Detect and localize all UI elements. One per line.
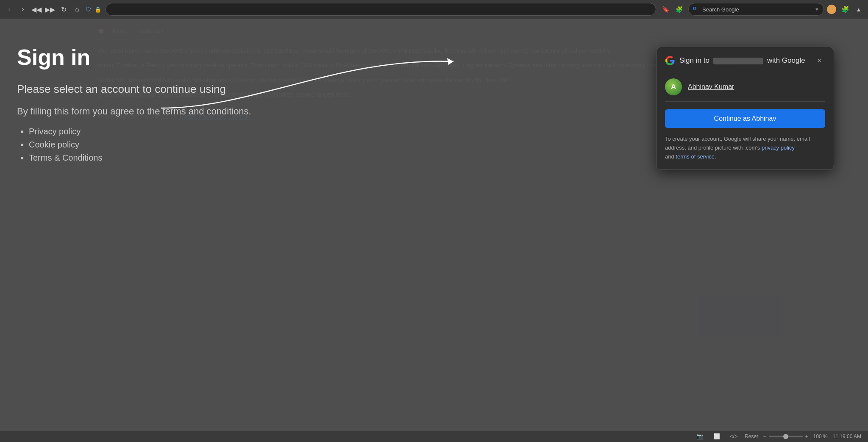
first-page-button[interactable]: ◀◀ <box>31 3 42 15</box>
signin-subtitle: Please select an account to continue usi… <box>17 83 280 96</box>
cookie-policy-item[interactable]: Cookie policy <box>29 140 280 150</box>
popup-header: Sign in to ████████████ with Google × <box>657 47 834 72</box>
user-account-row: A Abhinav Kumar <box>665 78 825 102</box>
google-signin-popup: Sign in to ████████████ with Google × A … <box>656 47 834 170</box>
popup-header-left: Sign in to ████████████ with Google <box>665 56 805 66</box>
user-info: Abhinav Kumar <box>688 83 734 91</box>
search-label: Search Google <box>702 6 739 13</box>
home-button[interactable]: ⌂ <box>71 3 83 15</box>
zoom-slider[interactable] <box>769 436 803 437</box>
google-icon: G <box>693 6 700 13</box>
popup-title: Sign in to ████████████ with Google <box>679 56 805 65</box>
privacy-policy-item[interactable]: Privacy policy <box>29 127 280 136</box>
privacy-policy-link[interactable]: privacy policy <box>762 145 795 151</box>
zoom-minus-icon: − <box>763 434 766 439</box>
user-profile-button[interactable] <box>826 3 837 15</box>
search-dropdown-icon: ▼ <box>815 7 819 12</box>
user-name: Abhinav Kumar <box>688 83 734 91</box>
popup-close-button[interactable]: × <box>813 55 825 67</box>
continue-as-button[interactable]: Continue as Abhinav <box>665 109 825 128</box>
terms-conditions-item[interactable]: Terms & Conditions <box>29 153 280 163</box>
refresh-button[interactable]: ↻ <box>58 3 70 15</box>
signin-title: Sign in <box>17 44 280 70</box>
search-bar[interactable]: G Search Google ▼ <box>688 3 824 16</box>
popup-footer-text: To create your account, Google will shar… <box>665 135 825 161</box>
extensions-icon[interactable]: 🧩 <box>673 3 685 15</box>
signin-links-list: Privacy policy Cookie policy Terms & Con… <box>17 127 280 163</box>
menu-button[interactable]: ▲ <box>853 3 865 15</box>
current-time: 11:19:00 AM <box>833 434 861 439</box>
reset-label: Reset <box>745 434 758 439</box>
tab-layout-icon[interactable]: ⬜ <box>711 431 723 442</box>
zoom-control[interactable]: − + <box>763 434 808 439</box>
extension-puzzle-button[interactable]: 🧩 <box>839 3 851 15</box>
status-bar: 📷 ⬜ </> Reset − + 100 % 11:19:00 AM <box>0 430 868 442</box>
forward-button[interactable]: › <box>17 3 29 15</box>
zoom-thumb <box>783 434 788 439</box>
terms-of-service-link[interactable]: terms of service. <box>676 153 716 160</box>
zoom-plus-icon: + <box>805 434 808 439</box>
shield-icon: 🛡 <box>86 6 91 13</box>
main-content: 🏠 News › Features › The latest launch ta… <box>0 19 868 430</box>
browser-toolbar: ‹ › ◀◀ ▶▶ ↻ ⌂ 🛡 🔒 🔖 🧩 G Search Google ▼ … <box>0 0 868 19</box>
address-bar[interactable] <box>106 3 656 16</box>
screenshot-icon[interactable]: 📷 <box>694 431 706 442</box>
lock-icon: 🔒 <box>95 6 101 13</box>
dev-tools-icon[interactable]: </> <box>728 431 740 442</box>
last-page-button[interactable]: ▶▶ <box>44 3 56 15</box>
signin-panel: Sign in Please select an account to cont… <box>0 19 297 430</box>
back-button[interactable]: ‹ <box>3 3 15 15</box>
zoom-level: 100 % <box>813 434 828 439</box>
popup-body: A Abhinav Kumar Continue as Abhinav To c… <box>657 72 834 170</box>
google-logo-icon <box>665 56 675 66</box>
site-domain-redacted: ████████████ <box>713 58 764 64</box>
signin-description: By filling this form you agree to the te… <box>17 104 280 118</box>
bookmark-icon[interactable]: 🔖 <box>659 3 671 15</box>
user-avatar: A <box>665 78 682 95</box>
